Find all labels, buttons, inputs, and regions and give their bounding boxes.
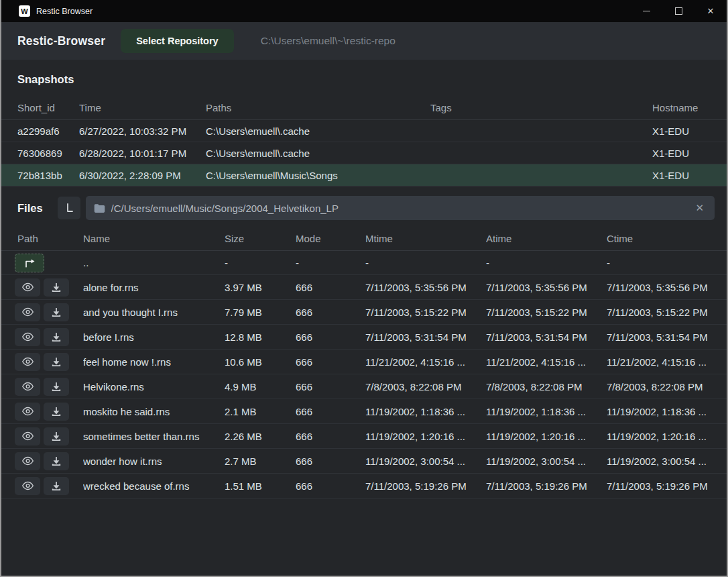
download-file-button[interactable] xyxy=(44,328,69,346)
snapshot-row[interactable]: a2299af6 6/27/2022, 10:03:32 PM C:\Users… xyxy=(1,120,727,142)
eye-icon xyxy=(21,481,34,490)
preview-file-button[interactable] xyxy=(15,427,40,445)
download-file-button[interactable] xyxy=(44,378,69,396)
titlebar: W Restic Browser ✕ xyxy=(1,0,727,22)
file-mtime: 11/19/2002, 1:20:16 ... xyxy=(365,431,486,442)
file-name: moskito he said.rns xyxy=(83,406,225,417)
download-file-button[interactable] xyxy=(44,427,69,445)
wails-app-icon: W xyxy=(19,5,30,17)
file-atime: 7/11/2003, 5:19:26 PM xyxy=(486,480,607,492)
file-name: feel home now !.rns xyxy=(83,356,225,368)
snapshot-time: 6/28/2022, 10:01:17 PM xyxy=(79,148,206,159)
snapshot-hostname: X1-EDU xyxy=(652,170,727,181)
clear-path-button[interactable]: ✕ xyxy=(692,201,707,215)
file-row[interactable]: moskito he said.rns 2.1 MB 666 11/19/200… xyxy=(1,399,727,424)
file-size: 10.6 MB xyxy=(225,356,296,368)
file-mtime: 7/11/2003, 5:19:26 PM xyxy=(365,480,486,492)
parent-dir-name: .. xyxy=(83,257,225,268)
download-file-button[interactable] xyxy=(44,452,69,470)
file-row[interactable]: and you thought I.rns 7.79 MB 666 7/11/2… xyxy=(1,300,727,325)
download-file-button[interactable] xyxy=(44,477,69,495)
snapshot-time: 6/27/2022, 10:03:32 PM xyxy=(79,125,206,137)
download-icon xyxy=(51,307,62,317)
download-file-button[interactable] xyxy=(44,278,69,297)
file-name: alone for.rns xyxy=(83,282,225,293)
file-name: before I.rns xyxy=(83,331,225,343)
file-name: wrecked because of.rns xyxy=(83,480,225,492)
root-dir-button[interactable] xyxy=(58,197,80,219)
parent-dir-ctime: - xyxy=(607,257,727,268)
close-button[interactable]: ✕ xyxy=(694,0,727,22)
app-header: Restic-Browser Select Repository C:\User… xyxy=(1,22,727,60)
preview-file-button[interactable] xyxy=(15,477,40,495)
file-mode: 666 xyxy=(296,331,365,343)
current-path-input[interactable]: /C/Users/emuell/Music/Songs/2004_Helveti… xyxy=(86,196,715,220)
maximize-button[interactable] xyxy=(662,0,694,22)
select-repository-button[interactable]: Select Repository xyxy=(121,29,234,53)
download-icon xyxy=(51,382,62,392)
file-row[interactable]: alone for.rns 3.97 MB 666 7/11/2003, 5:3… xyxy=(1,275,727,300)
file-row[interactable]: wonder how it.rns 2.7 MB 666 11/19/2002,… xyxy=(1,449,727,474)
file-mtime: 7/11/2003, 5:15:22 PM xyxy=(365,307,486,318)
parent-directory-row[interactable]: .. - - - - - xyxy=(1,251,727,275)
download-file-button[interactable] xyxy=(44,353,69,371)
parent-dir-mtime: - xyxy=(365,257,486,268)
file-mode: 666 xyxy=(296,381,365,392)
files-table-body: alone for.rns 3.97 MB 666 7/11/2003, 5:3… xyxy=(1,275,727,499)
snapshot-row[interactable]: 72b813bb 6/30/2022, 2:28:09 PM C:\Users\… xyxy=(1,164,727,187)
download-icon xyxy=(51,357,62,367)
preview-file-button[interactable] xyxy=(15,452,40,470)
file-atime: 7/11/2003, 5:31:54 PM xyxy=(486,331,607,343)
snapshots-table-header: Short_id Time Paths Tags Hostname xyxy=(1,96,727,120)
eye-icon xyxy=(21,357,34,366)
file-size: 2.7 MB xyxy=(225,456,296,467)
file-name: sometimes better than.rns xyxy=(83,431,225,442)
file-atime: 7/11/2003, 5:15:22 PM xyxy=(486,307,607,318)
file-row[interactable]: feel home now !.rns 10.6 MB 666 11/21/20… xyxy=(1,350,727,374)
file-size: 7.79 MB xyxy=(225,307,296,318)
parent-dir-atime: - xyxy=(486,257,607,268)
folder-icon xyxy=(94,203,105,213)
download-file-button[interactable] xyxy=(44,403,69,421)
file-atime: 7/11/2003, 5:35:56 PM xyxy=(486,282,607,293)
file-atime: 11/19/2002, 3:00:54 ... xyxy=(486,456,607,467)
file-name: and you thought I.rns xyxy=(83,307,225,318)
file-row[interactable]: before I.rns 12.8 MB 666 7/11/2003, 5:31… xyxy=(1,325,727,350)
snapshots-table-body: a2299af6 6/27/2022, 10:03:32 PM C:\Users… xyxy=(1,120,727,187)
minimize-button[interactable] xyxy=(630,0,662,22)
download-file-button[interactable] xyxy=(44,303,69,321)
window-controls: ✕ xyxy=(630,0,727,22)
preview-file-button[interactable] xyxy=(15,328,40,346)
go-up-button[interactable] xyxy=(15,254,44,272)
file-ctime: 11/19/2002, 3:00:54 ... xyxy=(607,456,727,467)
preview-file-button[interactable] xyxy=(15,353,40,371)
preview-file-button[interactable] xyxy=(15,278,40,297)
file-ctime: 11/21/2002, 4:15:16 ... xyxy=(607,356,727,368)
file-size: 1.51 MB xyxy=(225,480,296,492)
file-mode: 666 xyxy=(296,356,365,368)
file-row[interactable]: Helvikone.rns 4.9 MB 666 7/8/2003, 8:22:… xyxy=(1,374,727,399)
preview-file-button[interactable] xyxy=(15,303,40,321)
download-icon xyxy=(51,407,62,417)
file-row[interactable]: sometimes better than.rns 2.26 MB 666 11… xyxy=(1,424,727,449)
column-ctime: Ctime xyxy=(607,233,727,244)
snapshots-heading: Snapshots xyxy=(1,60,727,96)
snapshot-short-id: 76306869 xyxy=(17,148,79,159)
snapshot-row[interactable]: 76306869 6/28/2022, 10:01:17 PM C:\Users… xyxy=(1,142,727,164)
preview-file-button[interactable] xyxy=(15,378,40,396)
file-size: 3.97 MB xyxy=(225,282,296,293)
file-ctime: 7/11/2003, 5:35:56 PM xyxy=(607,282,727,293)
column-size: Size xyxy=(225,233,296,244)
file-row[interactable]: wrecked because of.rns 1.51 MB 666 7/11/… xyxy=(1,474,727,499)
download-icon xyxy=(51,282,62,293)
eye-icon xyxy=(21,307,34,317)
column-atime: Atime xyxy=(486,233,607,244)
download-icon xyxy=(51,431,62,441)
preview-file-button[interactable] xyxy=(15,403,40,421)
file-mtime: 7/11/2003, 5:31:54 PM xyxy=(365,331,486,343)
column-time: Time xyxy=(79,102,206,113)
column-short-id: Short_id xyxy=(17,102,79,113)
maximize-icon xyxy=(675,7,682,15)
file-ctime: 7/8/2003, 8:22:08 PM xyxy=(607,381,727,392)
file-mtime: 11/21/2002, 4:15:16 ... xyxy=(365,356,486,368)
